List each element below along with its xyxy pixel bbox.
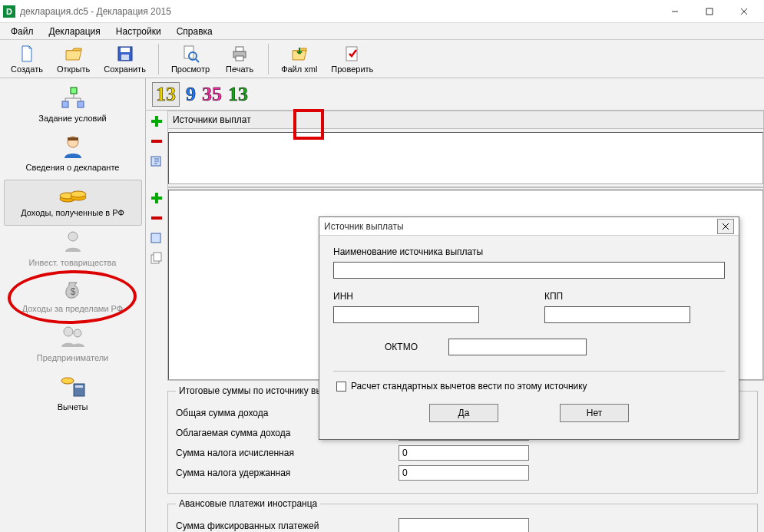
sb-declarant[interactable]: Сведения о декларанте bbox=[4, 131, 142, 180]
dialog-divider bbox=[333, 371, 725, 372]
income-toolbar bbox=[146, 187, 167, 381]
svg-rect-41 bbox=[151, 233, 160, 243]
maximize-button[interactable] bbox=[692, 1, 726, 22]
std-deduction-checkbox[interactable]: Расчет стандартных вычетов вести по этом… bbox=[336, 381, 725, 392]
sb-income-rf-label: Доходы, полученные в РФ bbox=[5, 208, 141, 217]
kpp-input[interactable] bbox=[544, 306, 690, 323]
tb-create[interactable]: Создать bbox=[5, 43, 49, 75]
add-source-button[interactable] bbox=[149, 114, 164, 129]
sb-deductions[interactable]: Вычеты bbox=[4, 370, 142, 419]
close-button[interactable] bbox=[726, 1, 761, 22]
svg-point-31 bbox=[61, 378, 74, 384]
fixed-sum-label: Сумма фиксированных платежей bbox=[176, 520, 399, 531]
tax-calculated-label: Сумма налога исчисленная bbox=[176, 448, 399, 458]
dialog-close-button[interactable] bbox=[717, 219, 734, 234]
tb-filexml[interactable]: Файл xml bbox=[275, 43, 323, 75]
sources-header: Источники выплат bbox=[168, 111, 763, 129]
sidebar: Задание условий Сведения о декларанте До… bbox=[0, 78, 146, 532]
sb-deductions-label: Вычеты bbox=[4, 402, 142, 411]
sb-invest-label: Инвест. товарищества bbox=[4, 258, 142, 267]
svg-rect-16 bbox=[78, 101, 84, 107]
tb-filexml-label: Файл xml bbox=[281, 64, 317, 74]
invest-icon bbox=[60, 229, 86, 255]
oktmo-input[interactable] bbox=[448, 339, 587, 355]
menu-declaration[interactable]: Декларация bbox=[43, 25, 107, 38]
edit-source-button[interactable] bbox=[149, 154, 164, 169]
inn-input[interactable] bbox=[333, 306, 479, 323]
svg-rect-15 bbox=[62, 101, 68, 107]
svg-point-26 bbox=[71, 191, 86, 197]
sb-income-abroad[interactable]: $ Доходы за пределами РФ bbox=[4, 275, 142, 321]
sb-entrepreneurs[interactable]: Предприниматели bbox=[4, 321, 142, 370]
sources-list[interactable] bbox=[168, 132, 763, 184]
copy-income-button[interactable] bbox=[149, 250, 164, 266]
tb-save[interactable]: Сохранить bbox=[98, 43, 152, 75]
source-dialog: Источник выплаты Наименование источника … bbox=[319, 216, 739, 440]
svg-rect-14 bbox=[71, 88, 77, 94]
tax-withheld-label: Сумма налога удержанная bbox=[176, 468, 399, 478]
people-icon bbox=[58, 324, 88, 350]
tb-check[interactable]: Проверить bbox=[325, 43, 379, 75]
tax-calculated-field[interactable] bbox=[399, 445, 529, 461]
window-title: декларация.dc5 - Декларация 2015 bbox=[20, 6, 657, 17]
no-button[interactable]: Нет bbox=[560, 404, 629, 422]
sb-conditions[interactable]: Задание условий bbox=[4, 83, 142, 131]
deductions-icon bbox=[58, 373, 88, 399]
menu-file[interactable]: Файл bbox=[5, 25, 40, 38]
close-icon bbox=[722, 223, 729, 230]
dialog-title: Источник выплаты bbox=[324, 221, 717, 232]
svg-rect-5 bbox=[121, 48, 130, 52]
remove-source-button[interactable] bbox=[149, 134, 164, 149]
close-icon bbox=[740, 8, 748, 15]
svg-point-29 bbox=[64, 327, 73, 336]
rate-tabs: 13 9 35 13 bbox=[146, 78, 764, 111]
fixed-sum-field[interactable] bbox=[399, 518, 529, 532]
tb-open[interactable]: Открыть bbox=[51, 43, 96, 75]
rate-13-alt[interactable]: 13 bbox=[228, 83, 248, 106]
content: 13 9 35 13 Источники выплат bbox=[146, 78, 764, 532]
advance-legend: Авансовые платежи иностранца bbox=[176, 498, 320, 509]
svg-text:$: $ bbox=[70, 286, 75, 297]
minus-icon bbox=[150, 211, 164, 225]
tax-withheld-field[interactable] bbox=[399, 465, 529, 481]
tb-print[interactable]: Печать bbox=[217, 43, 262, 75]
tb-open-label: Открыть bbox=[57, 64, 90, 74]
dialog-titlebar: Источник выплаты bbox=[319, 217, 739, 236]
save-icon bbox=[116, 45, 134, 63]
menu-settings[interactable]: Настройки bbox=[110, 25, 167, 38]
advance-group: Авансовые платежи иностранца Сумма фикси… bbox=[167, 498, 758, 532]
svg-rect-13 bbox=[346, 47, 357, 61]
sb-income-rf[interactable]: Доходы, полученные в РФ bbox=[4, 180, 142, 226]
rate-13[interactable]: 13 bbox=[152, 82, 180, 107]
svg-rect-6 bbox=[121, 55, 129, 60]
rate-35[interactable]: 35 bbox=[202, 83, 222, 106]
svg-rect-43 bbox=[154, 253, 161, 261]
add-income-button[interactable] bbox=[149, 190, 164, 206]
kpp-label: КПП bbox=[544, 291, 725, 302]
minimize-button[interactable] bbox=[657, 1, 692, 22]
svg-point-30 bbox=[74, 329, 81, 337]
tb-preview[interactable]: Просмотр bbox=[165, 43, 216, 75]
menubar: Файл Декларация Настройки Справка bbox=[0, 23, 764, 40]
minimize-icon bbox=[671, 8, 679, 15]
name-input[interactable] bbox=[333, 262, 725, 279]
titlebar: D декларация.dc5 - Декларация 2015 bbox=[0, 0, 764, 23]
new-file-icon bbox=[18, 45, 36, 63]
menu-help[interactable]: Справка bbox=[170, 25, 219, 38]
sb-conditions-label: Задание условий bbox=[4, 114, 142, 123]
moneybag-icon: $ bbox=[60, 278, 86, 301]
yes-button[interactable]: Да bbox=[429, 404, 498, 422]
person-icon bbox=[60, 134, 86, 160]
sb-invest[interactable]: Инвест. товарищества bbox=[4, 226, 142, 275]
sources-toolbar bbox=[146, 111, 167, 187]
check-icon bbox=[343, 45, 362, 63]
sb-declarant-label: Сведения о декларанте bbox=[4, 163, 142, 172]
svg-rect-12 bbox=[236, 56, 243, 61]
rate-9[interactable]: 9 bbox=[186, 83, 196, 106]
svg-line-9 bbox=[196, 59, 199, 62]
edit-income-button[interactable] bbox=[149, 230, 164, 246]
remove-income-button[interactable] bbox=[149, 210, 164, 226]
sb-entrepreneurs-label: Предприниматели bbox=[4, 353, 142, 362]
checkbox-label: Расчет стандартных вычетов вести по этом… bbox=[351, 381, 587, 392]
toolbar-separator bbox=[158, 44, 159, 74]
